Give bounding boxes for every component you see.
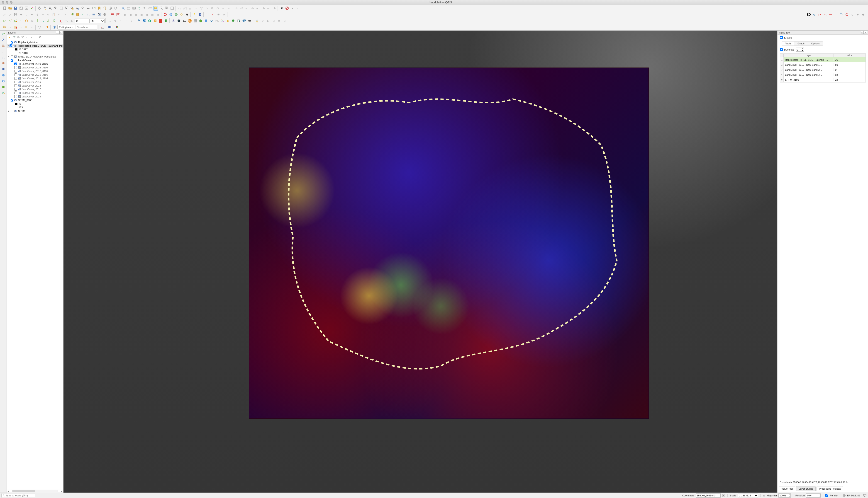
tree-expand-icon[interactable]: ▸	[8, 110, 10, 112]
selection-clear-button[interactable]	[24, 25, 29, 30]
trace-tool-2[interactable]: ↯	[113, 18, 117, 23]
label-tool-2[interactable]: ab	[239, 6, 244, 11]
layer-tree-row[interactable]: 207.318	[7, 51, 63, 55]
lock-tool-2[interactable]: ⟳	[260, 18, 265, 23]
plugin-export-button[interactable]	[236, 18, 241, 23]
undo-edit-button[interactable]: ↶	[57, 12, 62, 17]
right-tab-value-tool[interactable]: Value Tool	[779, 486, 795, 491]
new-map-view-button[interactable]	[91, 6, 97, 11]
label-tool-1[interactable]: ab	[233, 6, 239, 11]
pan-map-button[interactable]	[37, 6, 42, 11]
plugin-earth-button[interactable]	[176, 18, 181, 23]
save-edits-button[interactable]: 💾	[13, 12, 18, 17]
las-tool-4[interactable]	[18, 18, 24, 23]
data-source-manager-button[interactable]	[69, 12, 75, 17]
layers-remove-button[interactable]	[38, 35, 42, 39]
plugin-cluster-button[interactable]	[209, 18, 214, 23]
mesh-tool-7[interactable]: ▦	[155, 12, 160, 17]
zoom-last-button[interactable]	[80, 6, 86, 11]
no-action-button[interactable]	[284, 6, 290, 11]
plugin-bug-button[interactable]	[184, 12, 190, 17]
add-postgis-button[interactable]	[1, 67, 6, 72]
plugin-dots-button[interactable]	[220, 18, 225, 23]
las-tool-9[interactable]	[46, 18, 51, 23]
zoom-to-layer-button[interactable]	[75, 6, 80, 11]
magnifier-up[interactable]: ▲	[788, 494, 790, 496]
copy-features-button[interactable]: ⧉	[46, 12, 51, 17]
toggle-extents-icon[interactable]	[722, 494, 725, 497]
label-tool-5[interactable]: ab	[255, 6, 260, 11]
value-tool-undock-button[interactable]: ◻	[861, 31, 864, 34]
layer-visibility-checkbox[interactable]	[11, 59, 13, 62]
shape-tool-2[interactable]: ◆	[855, 12, 860, 17]
las-tool-2[interactable]	[8, 18, 13, 23]
save-project-button[interactable]	[13, 6, 18, 11]
layers-panel-undock-button[interactable]: ◻	[56, 31, 59, 34]
deselect-features-button[interactable]: ε	[164, 6, 169, 11]
arrow-tool-button[interactable]	[828, 12, 833, 17]
paste-features-button[interactable]: 📋	[51, 12, 56, 17]
layer-tree-row[interactable]: ▾Land Cover	[7, 58, 63, 62]
histogram-button[interactable]	[188, 6, 193, 11]
plugin-edc3-button[interactable]: EDC	[107, 25, 112, 30]
layer-tree-row[interactable]: LandCover_2017	[7, 88, 63, 91]
plugin-palette-button[interactable]	[115, 25, 120, 30]
plugin-openeo-button[interactable]: openEO	[242, 18, 247, 23]
network-tool-3[interactable]: ⧉	[210, 6, 215, 11]
new-memory-layer-button[interactable]	[91, 12, 97, 17]
pan-to-selection-button[interactable]	[42, 6, 47, 11]
add-vector-layer-button[interactable]: V	[1, 31, 6, 37]
polygon-draw-button[interactable]	[844, 12, 850, 17]
value-tool-row[interactable]: 2LandCover_2019_3106 Band 1: ...50	[780, 62, 866, 67]
layer-tree-row[interactable]: LandCover_2018_3106	[7, 66, 63, 69]
rotation-up[interactable]: ▲	[818, 494, 820, 496]
map-canvas[interactable]	[63, 30, 777, 493]
style-manager-button[interactable]	[29, 6, 35, 11]
add-virtual-layer-button[interactable]	[1, 61, 6, 66]
python-console-button[interactable]	[136, 18, 141, 23]
selection-invert-button[interactable]	[13, 25, 18, 30]
cut-features-button[interactable]: ✂	[40, 12, 45, 17]
spline-tool-button[interactable]	[817, 12, 822, 17]
zoom-next-button[interactable]	[86, 6, 91, 11]
scatter-tool-button[interactable]: ···	[193, 6, 199, 11]
open-attribute-table-button[interactable]	[126, 6, 131, 11]
layer-visibility-checkbox[interactable]	[11, 41, 13, 43]
selection-dd3-button[interactable]: ▾	[29, 25, 35, 30]
locator-input[interactable]	[6, 494, 34, 497]
layer-tree-row[interactable]: Rajshahi_division	[7, 40, 63, 44]
status-rotation-spin[interactable]: ▲▼	[806, 494, 821, 498]
status-magnifier-spin[interactable]: ▲▼	[778, 494, 791, 498]
osm-place-combo[interactable]: Philippines▼	[58, 25, 75, 29]
network-analysis-button[interactable]	[199, 6, 204, 11]
plugin-edc2-button[interactable]: EDC	[115, 12, 120, 17]
layer-visibility-checkbox[interactable]	[11, 110, 13, 113]
new-spatialite-button[interactable]	[86, 12, 91, 17]
layers-tree[interactable]: Rajshahi_division▾Reprojected_HRSL_BGD_R…	[7, 40, 63, 489]
value-tool-row[interactable]: 5SRTM_310622	[780, 77, 866, 82]
layer-tree-row[interactable]: ▸HRSL_BGD_Rajshahi_Population	[7, 55, 63, 58]
open-field-calculator-button[interactable]: abc	[131, 6, 137, 11]
network-tool-6[interactable]: ⧇	[226, 6, 231, 11]
las-tool-1[interactable]	[2, 18, 7, 23]
plugin-chart-button[interactable]	[100, 25, 105, 30]
las-tool-3[interactable]	[13, 18, 18, 23]
status-crs[interactable]: EPSG:3106	[847, 494, 860, 497]
layer-visibility-checkbox[interactable]	[14, 84, 17, 87]
snap-tolerance-input[interactable]	[75, 18, 90, 23]
layer-visibility-checkbox[interactable]	[14, 74, 17, 76]
toggle-editing-button[interactable]	[8, 12, 13, 17]
move-feature-button[interactable]: ✥	[29, 12, 35, 17]
layer-tree-row[interactable]: LandCover_2018	[7, 84, 63, 88]
temporal-controller-button[interactable]	[108, 6, 113, 11]
mesh-tool-5[interactable]: ▦	[144, 12, 150, 17]
zoom-native-button[interactable]: 1:1	[59, 6, 64, 11]
layer-visibility-checkbox[interactable]	[14, 77, 17, 80]
plugin-red-button[interactable]	[158, 18, 163, 23]
layer-visibility-checkbox[interactable]	[14, 88, 17, 91]
add-wms-button[interactable]	[1, 73, 6, 78]
lock-tool-4[interactable]: ⊟	[271, 18, 276, 23]
las-tool-7[interactable]	[35, 18, 40, 23]
las-tool-8[interactable]	[40, 18, 45, 23]
run-feature-action-button[interactable]: ▸	[290, 6, 295, 11]
